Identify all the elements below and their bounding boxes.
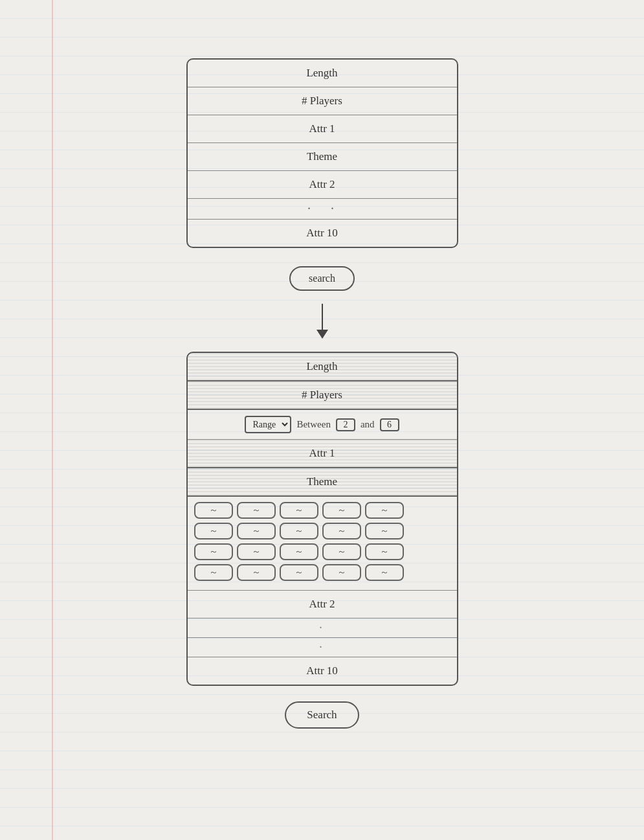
page-content: Length # Players Attr 1 Theme Attr 2 · ·… [0, 0, 644, 755]
theme-chip-1-3[interactable]: ～ [280, 502, 318, 519]
chip-squiggle-icon: ～ [337, 567, 346, 578]
chip-squiggle-icon: ～ [209, 567, 218, 578]
range-row: Range Exact Min Max Between and [188, 410, 457, 440]
arrow-head [316, 330, 328, 339]
chips-row-3: ～ ～ ～ ～ ～ [194, 543, 450, 560]
chip-squiggle-icon: ～ [209, 525, 218, 537]
theme-chip-3-5[interactable]: ～ [365, 543, 404, 560]
range-max-input[interactable] [380, 418, 399, 431]
range-type-select[interactable]: Range Exact Min Max [245, 416, 291, 433]
chip-squiggle-icon: ～ [252, 505, 261, 516]
theme-chip-2-4[interactable]: ～ [322, 523, 361, 539]
theme-chip-4-3[interactable]: ～ [280, 564, 318, 581]
range-min-input[interactable] [336, 418, 355, 431]
chip-squiggle-icon: ～ [380, 546, 389, 558]
chip-squiggle-icon: ～ [252, 546, 261, 558]
theme-chip-1-2[interactable]: ～ [237, 502, 276, 519]
bottom-form-row-players[interactable]: # Players [188, 381, 457, 410]
theme-chip-2-1[interactable]: ～ [194, 523, 233, 539]
theme-chip-1-1[interactable]: ～ [194, 502, 233, 519]
chips-row-1: ～ ～ ～ ～ ～ [194, 502, 450, 519]
chip-squiggle-icon: ～ [380, 567, 389, 578]
chip-squiggle-icon: ～ [294, 567, 304, 578]
theme-chip-4-1[interactable]: ～ [194, 564, 233, 581]
bottom-form-dots-1: · [188, 619, 457, 638]
theme-chip-4-5[interactable]: ～ [365, 564, 404, 581]
theme-chips-grid: ～ ～ ～ ～ ～ ～ ～ ～ ～ ～ ～ ～ ～ ～ ～ ～ [188, 497, 457, 591]
search-button-top[interactable]: search [289, 266, 355, 291]
top-form-row-attr1[interactable]: Attr 1 [188, 115, 457, 143]
bottom-form-row-length[interactable]: Length [188, 353, 457, 381]
theme-chip-2-3[interactable]: ～ [280, 523, 318, 539]
chips-row-2: ～ ～ ～ ～ ～ [194, 523, 450, 539]
top-form-row-attr10[interactable]: Attr 10 [188, 220, 457, 247]
chip-squiggle-icon: ～ [294, 546, 304, 558]
theme-chip-4-2[interactable]: ～ [237, 564, 276, 581]
chip-squiggle-icon: ～ [380, 505, 389, 516]
flow-arrow [316, 304, 328, 339]
chips-row-4: ～ ～ ～ ～ ～ [194, 564, 450, 581]
bottom-form-dots-2: · [188, 638, 457, 657]
chip-squiggle-icon: ～ [209, 505, 218, 516]
top-form-row-dots: · · [188, 199, 457, 220]
chip-squiggle-icon: ～ [252, 525, 261, 537]
chip-squiggle-icon: ～ [294, 525, 304, 537]
theme-chip-3-3[interactable]: ～ [280, 543, 318, 560]
bottom-form-row-attr10[interactable]: Attr 10 [188, 657, 457, 685]
top-form-row-players[interactable]: # Players [188, 87, 457, 115]
chip-squiggle-icon: ～ [209, 546, 218, 558]
top-form-row-theme[interactable]: Theme [188, 143, 457, 171]
arrow-shaft [322, 304, 323, 330]
theme-chip-1-5[interactable]: ～ [365, 502, 404, 519]
bottom-form: Length # Players Range Exact Min Max Bet… [186, 352, 458, 686]
chip-squiggle-icon: ～ [337, 525, 346, 537]
between-label: Between [296, 419, 330, 430]
theme-chip-2-2[interactable]: ～ [237, 523, 276, 539]
bottom-form-row-attr1[interactable]: Attr 1 [188, 440, 457, 468]
bottom-form-row-attr2[interactable]: Attr 2 [188, 591, 457, 619]
theme-chip-3-2[interactable]: ～ [237, 543, 276, 560]
top-form: Length # Players Attr 1 Theme Attr 2 · ·… [186, 58, 458, 248]
theme-chip-1-4[interactable]: ～ [322, 502, 361, 519]
and-label: and [361, 419, 375, 430]
theme-chip-3-4[interactable]: ～ [322, 543, 361, 560]
chip-squiggle-icon: ～ [294, 505, 304, 516]
top-form-row-length[interactable]: Length [188, 60, 457, 87]
chip-squiggle-icon: ～ [252, 567, 261, 578]
bottom-form-row-theme[interactable]: Theme [188, 468, 457, 497]
theme-chip-2-5[interactable]: ～ [365, 523, 404, 539]
chip-squiggle-icon: ～ [380, 525, 389, 537]
theme-chip-4-4[interactable]: ～ [322, 564, 361, 581]
search-button-bottom[interactable]: Search [285, 701, 359, 729]
chip-squiggle-icon: ～ [337, 505, 346, 516]
chip-squiggle-icon: ～ [337, 546, 346, 558]
theme-chip-3-1[interactable]: ～ [194, 543, 233, 560]
top-form-row-attr2[interactable]: Attr 2 [188, 171, 457, 199]
